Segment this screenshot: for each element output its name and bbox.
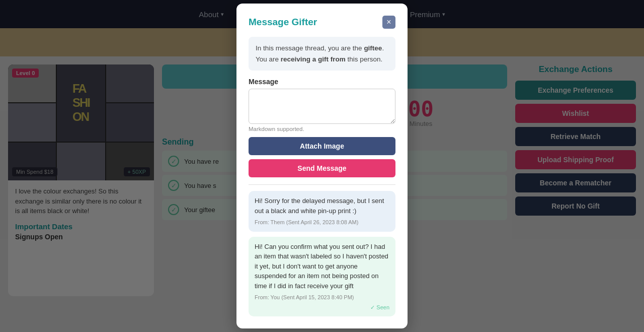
modal-title: Message Gifter [249, 17, 317, 28]
modal-info-bold1: giftee [364, 44, 382, 52]
message-textarea[interactable] [249, 89, 395, 124]
modal-info-prefix: In this message thread, you are the [256, 44, 364, 52]
modal-info-suffix: this person. [346, 55, 383, 63]
message-you-text: Hi! Can you confirm what you sent out? I… [255, 242, 389, 291]
message-bubble-you: Hi! Can you confirm what you sent out? I… [249, 237, 395, 317]
markdown-note: Markdown supported. [249, 126, 395, 132]
message-you-from: From: You (Sent April 15, 2023 8:40 PM) [255, 293, 389, 302]
modal-header: Message Gifter × [249, 16, 395, 29]
modal-info-box: In this message thread, you are the gift… [249, 37, 395, 71]
message-them-text: Hi! Sorry for the delayed message, but I… [255, 196, 389, 216]
message-bubble-them: Hi! Sorry for the delayed message, but I… [249, 191, 395, 232]
modal-overlay[interactable]: Message Gifter × In this message thread,… [0, 0, 644, 332]
modal-info-bold2: receiving a gift from [281, 55, 346, 63]
message-them-from: From: Them (Sent April 26, 2023 8:08 AM) [255, 218, 389, 227]
send-message-button[interactable]: Send Message [249, 159, 395, 177]
modal-close-button[interactable]: × [382, 16, 395, 29]
message-seen: ✓ Seen [255, 303, 389, 312]
attach-image-button[interactable]: Attach Image [249, 137, 395, 155]
chat-section: Hi! Sorry for the delayed message, but I… [249, 184, 395, 316]
message-label: Message [249, 78, 395, 86]
message-gifter-modal: Message Gifter × In this message thread,… [236, 4, 408, 328]
